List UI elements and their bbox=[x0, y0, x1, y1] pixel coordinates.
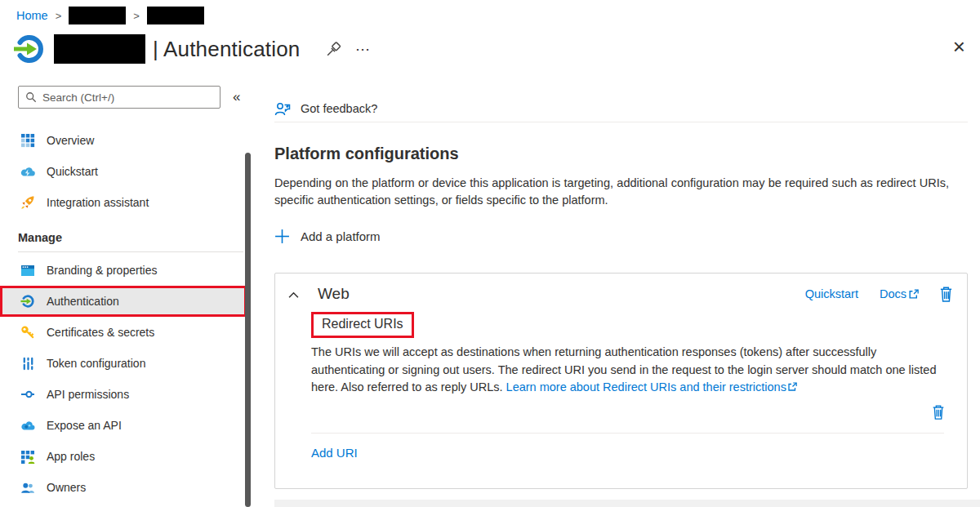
sidebar-item-overview[interactable]: Overview bbox=[0, 125, 247, 156]
delete-platform-icon[interactable] bbox=[938, 285, 954, 303]
sidebar-scrollbar[interactable] bbox=[245, 153, 251, 507]
external-link-icon bbox=[908, 289, 919, 300]
chevron-up-icon[interactable] bbox=[288, 289, 299, 299]
annotation-box-redirect-uris: Redirect URIs bbox=[311, 312, 414, 338]
branding-icon bbox=[20, 263, 35, 278]
redirect-uri-row bbox=[288, 397, 954, 433]
page-header: | Authentication … bbox=[13, 33, 372, 65]
sidebar: « Overview Quickstart Integration assist… bbox=[0, 86, 260, 507]
feedback-icon bbox=[274, 101, 292, 117]
content-background bbox=[274, 500, 980, 507]
sidebar-item-label: Authentication bbox=[47, 295, 119, 308]
sidebar-item-integration-assistant[interactable]: Integration assistant bbox=[0, 187, 247, 218]
sidebar-item-api-permissions[interactable]: API permissions bbox=[0, 379, 247, 410]
token-configuration-icon bbox=[20, 356, 35, 371]
breadcrumb-home-link[interactable]: Home bbox=[16, 9, 48, 22]
sidebar-item-app-roles[interactable]: App roles bbox=[0, 441, 247, 472]
app-registration-icon bbox=[13, 33, 46, 65]
sidebar-item-label: Quickstart bbox=[47, 165, 98, 178]
sidebar-item-label: App roles bbox=[47, 450, 95, 463]
search-input[interactable] bbox=[42, 91, 206, 104]
breadcrumb-separator: > bbox=[56, 10, 62, 22]
got-feedback-label: Got feedback? bbox=[301, 102, 377, 115]
web-platform-card: Web Quickstart Docs Redirect URIs The UR… bbox=[274, 273, 968, 489]
close-icon[interactable]: × bbox=[953, 36, 965, 57]
divider bbox=[18, 251, 243, 252]
sidebar-item-label: API permissions bbox=[47, 388, 129, 401]
divider bbox=[274, 122, 968, 122]
sidebar-item-label: Owners bbox=[47, 481, 86, 494]
web-card-header: Web Quickstart Docs bbox=[288, 285, 954, 303]
overview-icon bbox=[20, 133, 35, 148]
search-box bbox=[18, 86, 220, 109]
add-platform-label: Add a platform bbox=[301, 229, 381, 243]
add-uri-button[interactable]: Add URI bbox=[311, 446, 358, 460]
redacted-app-name bbox=[54, 34, 145, 64]
main-content: Got feedback? Platform configurations De… bbox=[274, 88, 968, 489]
breadcrumb: Home > > bbox=[16, 7, 204, 24]
docs-link[interactable]: Docs bbox=[880, 287, 919, 300]
collapse-sidebar-icon[interactable]: « bbox=[233, 89, 240, 105]
sidebar-item-token-configuration[interactable]: Token configuration bbox=[0, 348, 247, 379]
sidebar-item-label: Integration assistant bbox=[47, 196, 149, 209]
sidebar-item-label: Overview bbox=[47, 134, 94, 147]
sidebar-item-certificates-secrets[interactable]: Certificates & secrets bbox=[0, 317, 247, 348]
delete-uri-icon[interactable] bbox=[931, 403, 946, 424]
authentication-icon bbox=[20, 294, 35, 309]
pin-icon[interactable] bbox=[325, 41, 342, 58]
platform-configurations-heading: Platform configurations bbox=[274, 145, 968, 163]
redirect-uris-heading: Redirect URIs bbox=[322, 317, 403, 331]
sidebar-item-expose-an-api[interactable]: Expose an API bbox=[0, 410, 247, 441]
got-feedback-button[interactable]: Got feedback? bbox=[274, 88, 968, 119]
external-link-icon bbox=[787, 382, 797, 392]
page-title: | Authentication bbox=[153, 37, 301, 62]
breadcrumb-separator: > bbox=[133, 10, 140, 22]
more-actions-icon[interactable]: … bbox=[355, 42, 372, 56]
integration-assistant-icon bbox=[20, 195, 35, 210]
owners-icon bbox=[20, 480, 35, 495]
sidebar-item-quickstart[interactable]: Quickstart bbox=[0, 156, 247, 187]
redacted-breadcrumb-item bbox=[147, 7, 204, 24]
sidebar-section-manage: Manage bbox=[0, 226, 260, 249]
divider bbox=[311, 433, 944, 434]
docs-label: Docs bbox=[880, 287, 906, 300]
sidebar-item-branding-properties[interactable]: Branding & properties bbox=[0, 255, 247, 286]
redacted-breadcrumb-item bbox=[69, 7, 126, 24]
sidebar-item-label: Certificates & secrets bbox=[47, 326, 154, 339]
add-platform-button[interactable]: Add a platform bbox=[274, 229, 405, 244]
plus-icon bbox=[274, 229, 290, 244]
learn-more-link[interactable]: Learn more about Redirect URIs and their… bbox=[506, 380, 786, 394]
sidebar-item-authentication[interactable]: Authentication bbox=[0, 286, 247, 317]
redirect-uris-description: The URIs we will accept as destinations … bbox=[311, 344, 942, 397]
certificates-icon bbox=[20, 325, 35, 340]
sidebar-item-owners[interactable]: Owners bbox=[0, 472, 247, 503]
sidebar-item-label: Expose an API bbox=[47, 419, 122, 432]
quickstart-link[interactable]: Quickstart bbox=[805, 287, 858, 300]
expose-api-icon bbox=[20, 418, 35, 433]
api-permissions-icon bbox=[20, 387, 35, 402]
web-card-title: Web bbox=[318, 285, 350, 303]
app-roles-icon bbox=[20, 449, 35, 464]
platform-configurations-description: Depending on the platform or device this… bbox=[274, 175, 968, 209]
sidebar-item-label: Branding & properties bbox=[47, 264, 157, 277]
sidebar-item-label: Token configuration bbox=[47, 357, 145, 370]
quickstart-icon bbox=[20, 164, 35, 179]
search-icon bbox=[25, 91, 37, 103]
sidebar-nav: Overview Quickstart Integration assistan… bbox=[0, 125, 260, 503]
